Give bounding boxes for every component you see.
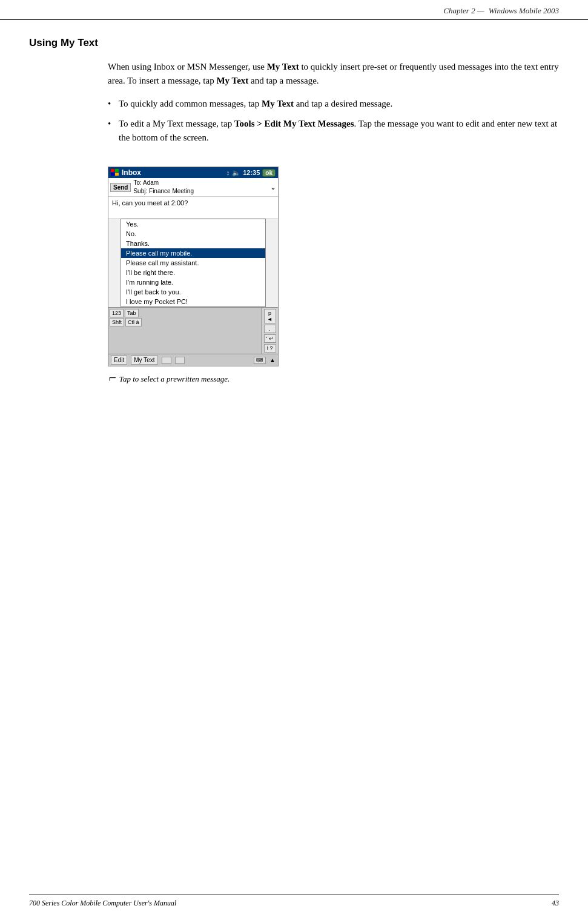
svg-rect-0 bbox=[111, 169, 114, 172]
key-123[interactable]: 123 bbox=[110, 309, 124, 317]
footer-left: 700 Series Color Mobile Computer User's … bbox=[29, 899, 176, 908]
key-dot[interactable]: . bbox=[264, 325, 276, 333]
inbox-title: Inbox bbox=[122, 168, 141, 177]
screenshot-container: Inbox ↕ 🔈 12:35 ok Send To: Adam Subj: F… bbox=[108, 167, 279, 366]
keyboard-row-2: Shft Ctl á bbox=[110, 318, 260, 326]
dropdown-item-running-late[interactable]: I'm running late. bbox=[121, 277, 265, 287]
windows-logo-icon bbox=[111, 169, 119, 176]
main-content: Using My Text When using Inbox or MSN Me… bbox=[0, 20, 588, 409]
time-display: 12:35 bbox=[243, 169, 260, 176]
dropdown-item-right-there[interactable]: I'll be right there. bbox=[121, 268, 265, 277]
email-to-subject: To: Adam Subj: Finance Meeting bbox=[133, 179, 268, 196]
key-p[interactable]: p ◄ bbox=[264, 309, 276, 323]
dropdown-item-yes[interactable]: Yes. bbox=[121, 219, 265, 229]
dropdown-item-get-back[interactable]: I'll get back to you. bbox=[121, 287, 265, 297]
dropdown-item-love-ppc[interactable]: I love my Pocket PC! bbox=[121, 297, 265, 306]
svg-rect-2 bbox=[111, 173, 114, 176]
dropdown-menu: Yes. No. Thanks. Please call my mobile. … bbox=[121, 219, 266, 307]
bullet-item-2: To edit a My Text message, tap Tools > E… bbox=[108, 117, 559, 145]
dropdown-item-thanks[interactable]: Thanks. bbox=[121, 239, 265, 248]
keyboard-left: 123 Tab Shft Ctl á bbox=[108, 308, 261, 354]
key-ctrl[interactable]: Ctl á bbox=[125, 318, 142, 326]
caption-text: Tap to select a prewritten message. bbox=[119, 374, 230, 384]
memo-icon[interactable] bbox=[162, 357, 171, 364]
footer-right: 43 bbox=[552, 899, 559, 908]
key-quote[interactable]: ' ↵ bbox=[264, 334, 276, 343]
bottom-bar: Edit My Text ⌨ ▲ bbox=[108, 354, 278, 366]
svg-rect-1 bbox=[115, 169, 119, 172]
keyboard-right: p ◄ . ' ↵ ! ? bbox=[261, 308, 278, 354]
key-tab[interactable]: Tab bbox=[125, 309, 139, 317]
bullet-item-1: To quickly add common messages, tap My T… bbox=[108, 97, 559, 111]
phone-mockup: Inbox ↕ 🔈 12:35 ok Send To: Adam Subj: F… bbox=[108, 167, 279, 366]
scroll-arrow-icon: ⌄ bbox=[268, 183, 276, 191]
intro-paragraph: When using Inbox or MSN Messenger, use M… bbox=[108, 60, 559, 88]
inbox-titlebar: Inbox ↕ 🔈 12:35 ok bbox=[108, 167, 278, 178]
mytext-button[interactable]: My Text bbox=[131, 356, 157, 365]
volume-icon: 🔈 bbox=[232, 169, 240, 177]
page-footer: 700 Series Color Mobile Computer User's … bbox=[29, 895, 559, 908]
caption-area: ⌐ Tap to select a prewritten message. bbox=[108, 372, 559, 385]
scroll-up-icon[interactable]: ▲ bbox=[269, 357, 276, 363]
chapter-label: Chapter 2 — bbox=[443, 6, 484, 15]
email-body: Hi, can you meet at 2:00? bbox=[108, 197, 278, 219]
key-shift[interactable]: Shft bbox=[110, 318, 124, 326]
email-subject: Subj: Finance Meeting bbox=[133, 187, 268, 196]
email-body-text: Hi, can you meet at 2:00? bbox=[112, 199, 188, 207]
send-button[interactable]: Send bbox=[110, 183, 131, 192]
key-excl[interactable]: ! ? bbox=[264, 344, 276, 352]
sms-icon[interactable] bbox=[175, 357, 185, 364]
dropdown-item-call-mobile[interactable]: Please call my mobile. bbox=[121, 248, 265, 258]
keyboard-row-1: 123 Tab bbox=[110, 309, 260, 317]
bullet-list: To quickly add common messages, tap My T… bbox=[108, 97, 559, 145]
chapter-title: Windows Mobile 2003 bbox=[489, 6, 559, 15]
page-header: Chapter 2 — Windows Mobile 2003 bbox=[0, 0, 588, 20]
caption-bracket: ⌐ bbox=[108, 371, 117, 385]
signal-icon: ↕ bbox=[226, 169, 230, 176]
keyboard-area: 123 Tab Shft Ctl á p ◄ . ' ↵ ! ? bbox=[108, 307, 278, 354]
ok-badge[interactable]: ok bbox=[262, 169, 276, 177]
svg-rect-3 bbox=[115, 173, 119, 176]
email-header-row: Send To: Adam Subj: Finance Meeting ⌄ bbox=[108, 178, 278, 197]
section-heading: Using My Text bbox=[29, 37, 559, 49]
dropdown-item-call-assistant[interactable]: Please call my assistant. bbox=[121, 258, 265, 268]
keyboard-icon[interactable]: ⌨ bbox=[254, 357, 266, 364]
edit-button[interactable]: Edit bbox=[111, 356, 127, 365]
dropdown-item-no[interactable]: No. bbox=[121, 229, 265, 239]
email-to: To: Adam bbox=[133, 179, 268, 187]
